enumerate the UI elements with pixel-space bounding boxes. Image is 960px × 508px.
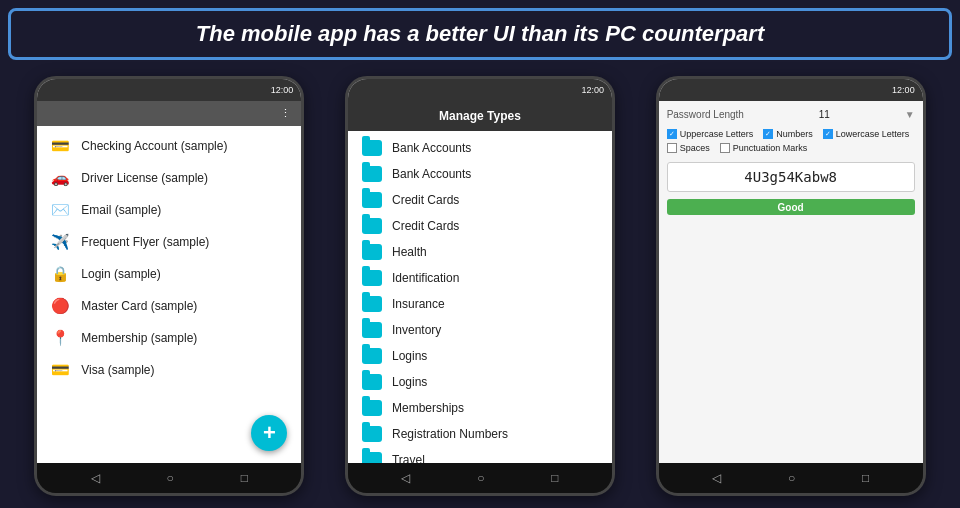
pw-length-row: Password Length 11 ▼	[667, 109, 915, 120]
type-item[interactable]: Travel	[348, 447, 612, 463]
type-item[interactable]: Registration Numbers	[348, 421, 612, 447]
type-item-label: Credit Cards	[392, 193, 459, 207]
type-item-label: Insurance	[392, 297, 445, 311]
type-list: Bank Accounts Bank Accounts Credit Cards…	[348, 131, 612, 463]
folder-icon	[362, 296, 382, 312]
phone-2: 12:00 Manage Types Bank Accounts Bank Ac…	[345, 76, 615, 496]
list-item[interactable]: 🚗 Driver License (sample)	[37, 162, 301, 194]
folder-icon	[362, 218, 382, 234]
pw-generated-display: 4U3g54Kabw8	[667, 162, 915, 192]
type-item-label: Memberships	[392, 401, 464, 415]
type-item[interactable]: Bank Accounts	[348, 161, 612, 187]
type-item[interactable]: Credit Cards	[348, 213, 612, 239]
home-button-3[interactable]: ○	[788, 471, 795, 485]
pw-checkbox-item[interactable]: Lowercase Letters	[823, 129, 910, 139]
header-banner: The mobile app has a better UI than its …	[8, 8, 952, 60]
checkbox-label: Numbers	[776, 129, 813, 139]
pw-checkbox-item[interactable]: Uppercase Letters	[667, 129, 754, 139]
checkbox-label: Spaces	[680, 143, 710, 153]
type-item-label: Logins	[392, 375, 427, 389]
home-button-2[interactable]: ○	[477, 471, 484, 485]
item-icon: 🔒	[49, 263, 71, 285]
dropdown-arrow-icon: ▼	[905, 109, 915, 120]
phone-1-header-label: ⋮	[280, 107, 291, 120]
pw-length-value: 11	[819, 109, 830, 120]
checkbox-spaces[interactable]	[667, 143, 677, 153]
type-item[interactable]: Logins	[348, 343, 612, 369]
pw-checkbox-item[interactable]: Numbers	[763, 129, 813, 139]
phone-2-status-bar: 12:00	[348, 79, 612, 101]
item-label: Checking Account (sample)	[81, 139, 227, 153]
list-item[interactable]: ✈️ Frequent Flyer (sample)	[37, 226, 301, 258]
folder-icon	[362, 270, 382, 286]
item-icon: ✉️	[49, 199, 71, 221]
folder-icon	[362, 348, 382, 364]
phones-area: 12:00 ⋮ 💳 Checking Account (sample) 🚗 Dr…	[0, 68, 960, 508]
type-item[interactable]: Credit Cards	[348, 187, 612, 213]
phone-1-nav-bar: ◁ ○ □	[37, 463, 301, 493]
type-item-label: Health	[392, 245, 427, 259]
phone-3-screen: 12:00 Password Length 11 ▼ Uppercase Let…	[659, 79, 923, 463]
type-item[interactable]: Inventory	[348, 317, 612, 343]
folder-icon	[362, 322, 382, 338]
type-item-label: Travel	[392, 453, 425, 463]
type-item[interactable]: Memberships	[348, 395, 612, 421]
item-icon: 🚗	[49, 167, 71, 189]
phone-2-screen: 12:00 Manage Types Bank Accounts Bank Ac…	[348, 79, 612, 463]
pw-strength-bar: Good	[667, 199, 915, 215]
manage-types-label: Manage Types	[439, 109, 521, 123]
item-label: Driver License (sample)	[81, 171, 208, 185]
pw-checkbox-item[interactable]: Punctuation Marks	[720, 143, 808, 153]
back-button-3[interactable]: ◁	[712, 471, 721, 485]
status-time-3: 12:00	[892, 85, 915, 95]
checkbox-numbers[interactable]	[763, 129, 773, 139]
phone-3-nav-bar: ◁ ○ □	[659, 463, 923, 493]
phone-2-nav-bar: ◁ ○ □	[348, 463, 612, 493]
type-item-label: Logins	[392, 349, 427, 363]
header-title: The mobile app has a better UI than its …	[196, 21, 764, 47]
item-label: Membership (sample)	[81, 331, 197, 345]
type-item[interactable]: Logins	[348, 369, 612, 395]
phone-1-screen: 12:00 ⋮ 💳 Checking Account (sample) 🚗 Dr…	[37, 79, 301, 463]
type-item[interactable]: Identification	[348, 265, 612, 291]
item-label: Frequent Flyer (sample)	[81, 235, 209, 249]
folder-icon	[362, 426, 382, 442]
checkbox-label: Lowercase Letters	[836, 129, 910, 139]
type-item-label: Credit Cards	[392, 219, 459, 233]
type-item-label: Inventory	[392, 323, 441, 337]
folder-icon	[362, 166, 382, 182]
pw-length-label: Password Length	[667, 109, 744, 120]
type-item-label: Identification	[392, 271, 459, 285]
item-icon: 💳	[49, 359, 71, 381]
list-item[interactable]: 🔴 Master Card (sample)	[37, 290, 301, 322]
item-icon: 💳	[49, 135, 71, 157]
checkbox-uppercase-letters[interactable]	[667, 129, 677, 139]
item-list: 💳 Checking Account (sample) 🚗 Driver Lic…	[37, 126, 301, 463]
status-time: 12:00	[271, 85, 294, 95]
folder-icon	[362, 192, 382, 208]
item-label: Login (sample)	[81, 267, 160, 281]
list-item[interactable]: 📍 Membership (sample)	[37, 322, 301, 354]
back-button-2[interactable]: ◁	[401, 471, 410, 485]
checkbox-punctuation-marks[interactable]	[720, 143, 730, 153]
type-item[interactable]: Bank Accounts	[348, 135, 612, 161]
type-item-label: Bank Accounts	[392, 141, 471, 155]
item-icon: 🔴	[49, 295, 71, 317]
list-item[interactable]: ✉️ Email (sample)	[37, 194, 301, 226]
list-item[interactable]: 💳 Checking Account (sample)	[37, 130, 301, 162]
recent-button-2[interactable]: □	[551, 471, 558, 485]
list-item[interactable]: 💳 Visa (sample)	[37, 354, 301, 386]
checkbox-lowercase-letters[interactable]	[823, 129, 833, 139]
phone-2-header: Manage Types	[348, 101, 612, 131]
back-button[interactable]: ◁	[91, 471, 100, 485]
recent-button-3[interactable]: □	[862, 471, 869, 485]
list-item[interactable]: 🔒 Login (sample)	[37, 258, 301, 290]
type-item[interactable]: Health	[348, 239, 612, 265]
home-button[interactable]: ○	[167, 471, 174, 485]
type-item[interactable]: Insurance	[348, 291, 612, 317]
pw-checkbox-item[interactable]: Spaces	[667, 143, 710, 153]
recent-button[interactable]: □	[241, 471, 248, 485]
phone-1-header: ⋮	[37, 101, 301, 126]
pw-checkboxes: Uppercase Letters Numbers Lowercase Lett…	[667, 129, 915, 153]
item-label: Visa (sample)	[81, 363, 154, 377]
